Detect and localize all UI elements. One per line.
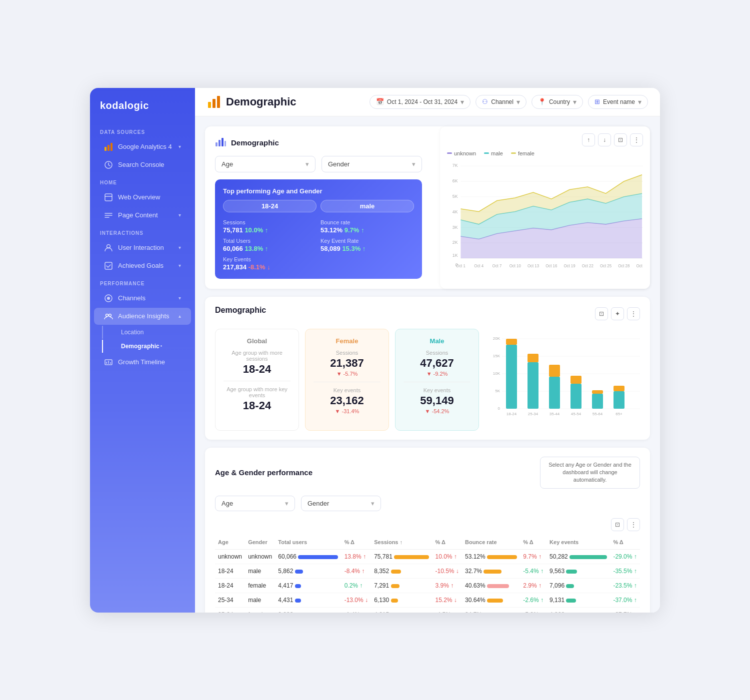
- sort-down-btn[interactable]: ↓: [598, 133, 611, 146]
- more-btn2[interactable]: ⋮: [627, 307, 640, 320]
- svg-text:6K: 6K: [452, 178, 458, 183]
- chevron-icon: ▾: [178, 263, 181, 268]
- male-sessions-value: 47,627: [420, 357, 454, 370]
- svg-rect-73: [614, 386, 624, 391]
- female-key-events-value: 23,162: [330, 394, 364, 407]
- chevron-up-icon: ▴: [178, 313, 181, 319]
- metric-users: Total Users 60,066 13.8% ↑: [223, 238, 316, 252]
- mini-bar: [570, 555, 607, 559]
- global-stat-card: Global Age group with more sessions 18-2…: [215, 329, 299, 431]
- channels-label: Channels: [118, 294, 146, 302]
- sort-up-btn[interactable]: ↑: [582, 133, 595, 146]
- event-icon: ⊞: [594, 98, 600, 105]
- mini-bar: [295, 599, 301, 603]
- svg-rect-24: [222, 138, 224, 146]
- chart-actions: ↑ ↓ ⊡ ⋮: [447, 133, 643, 146]
- sidebar-item-web-overview[interactable]: Web Overview: [94, 189, 191, 206]
- home-label: Home: [90, 174, 195, 188]
- female-sessions-change: ▼ -5.7%: [336, 371, 358, 377]
- age-dropdown[interactable]: Age ▾: [215, 156, 316, 172]
- ai-btn[interactable]: ✦: [611, 307, 624, 320]
- user-interaction-label: User Interaction: [118, 244, 164, 251]
- expand-btn[interactable]: ⊡: [614, 133, 627, 146]
- page-title: Demographic: [226, 95, 296, 108]
- svg-text:45-54: 45-54: [571, 412, 582, 416]
- event-name-label: Event name: [603, 98, 635, 105]
- event-name-filter[interactable]: ⊞ Event name ▾: [588, 95, 648, 109]
- col-b-delta: % Δ: [520, 535, 546, 550]
- sidebar-item-page-content[interactable]: Page Content ▾: [94, 207, 191, 224]
- audience-insights-icon: [104, 312, 113, 321]
- svg-rect-4: [105, 194, 112, 201]
- col-age: Age: [215, 535, 245, 550]
- expand-btn2[interactable]: ⊡: [595, 307, 608, 320]
- ag-gender-dropdown[interactable]: Gender ▾: [301, 496, 381, 511]
- mini-bar: [487, 555, 517, 559]
- global-label: Global: [247, 337, 267, 345]
- demo-stats-row: Global Age group with more sessions 18-2…: [215, 329, 479, 431]
- area-chart-svg: 7K 6K 5K 4K 3K 2K 1K 0: [447, 159, 643, 269]
- content-area: Demographic Age ▾ Gender ▾ Top per: [195, 116, 660, 613]
- age-tag: 18-24: [223, 200, 316, 212]
- sidebar-sub-location[interactable]: Location: [102, 326, 191, 339]
- sidebar-item-user-interaction[interactable]: User Interaction ▾: [94, 239, 191, 256]
- svg-text:7K: 7K: [452, 162, 458, 168]
- svg-text:Oct 25: Oct 25: [600, 263, 612, 268]
- svg-rect-72: [614, 391, 624, 409]
- mini-bar: [391, 599, 398, 603]
- svg-rect-70: [592, 394, 603, 409]
- channel-label: Channel: [491, 98, 514, 105]
- chevron-icon: ▾: [178, 295, 181, 301]
- header-logo: Demographic: [207, 95, 296, 109]
- sidebar-item-achieved-goals[interactable]: Achieved Goals ▾: [94, 257, 191, 274]
- col-sessions: Sessions ↑: [371, 535, 432, 550]
- unknown-dot: [447, 152, 452, 154]
- demographic-middle-card: Demographic ⊡ ✦ ⋮ Global Age group with …: [205, 297, 650, 440]
- table-more-btn[interactable]: ⋮: [627, 518, 640, 531]
- demographic-label: Demographic: [121, 343, 160, 350]
- demographic-card-title: Demographic: [215, 136, 422, 149]
- sidebar-item-google-analytics[interactable]: Google Analytics 4 ▾: [94, 138, 191, 155]
- col-total-users: Total users: [275, 535, 341, 550]
- demographic-left: Demographic Age ▾ Gender ▾ Top per: [205, 126, 432, 289]
- mini-bar: [394, 555, 429, 559]
- sidebar-item-channels[interactable]: Channels ▾: [94, 290, 191, 307]
- bar-chart-icon: [215, 136, 226, 149]
- bar-chart-svg: 20K 15K 10K 5K 0: [490, 334, 640, 424]
- dropdown-row: Age ▾ Gender ▾: [215, 156, 422, 172]
- ag-age-dropdown[interactable]: Age ▾: [215, 496, 295, 511]
- page-content-label: Page Content: [118, 211, 158, 219]
- male-sessions-label: Sessions: [426, 350, 448, 356]
- female-sessions-value: 21,387: [330, 357, 364, 370]
- sidebar-sub-demographic[interactable]: Demographic •: [102, 340, 191, 353]
- web-overview-icon: [104, 193, 113, 202]
- more-btn[interactable]: ⋮: [630, 133, 643, 146]
- dropdown-arrow: ▾: [638, 98, 642, 106]
- gender-dropdown[interactable]: Gender ▾: [322, 156, 422, 172]
- age-sessions-sublabel: Age group with more sessions: [224, 350, 290, 362]
- growth-timeline-label: Growth Timeline: [118, 358, 165, 366]
- ag-age-arrow: ▾: [285, 500, 288, 507]
- country-filter[interactable]: 📍 Country ▾: [532, 95, 583, 109]
- svg-rect-2: [110, 143, 112, 151]
- ag-table-actions: ⊡ ⋮: [215, 518, 640, 531]
- date-range-filter[interactable]: 📅 Oct 1, 2024 - Oct 31, 2024 ▾: [370, 95, 470, 109]
- location-label: Location: [121, 329, 144, 336]
- svg-rect-1: [108, 145, 110, 151]
- svg-rect-63: [506, 339, 517, 345]
- metric-key-events: Key Events 217,834 -8.1% ↓: [223, 256, 316, 271]
- sidebar-item-growth-timeline[interactable]: Growth Timeline: [94, 354, 191, 371]
- table-expand-btn[interactable]: ⊡: [611, 518, 624, 531]
- sidebar-item-audience-insights[interactable]: Audience Insights ▴: [94, 308, 191, 325]
- col-key-events: Key events: [546, 535, 610, 550]
- mini-bar: [484, 570, 502, 574]
- ag-gender-arrow: ▾: [371, 500, 374, 507]
- svg-text:5K: 5K: [452, 193, 458, 199]
- sidebar-item-search-console[interactable]: Search Console: [94, 156, 191, 173]
- svg-text:25-34: 25-34: [528, 412, 538, 416]
- chevron-icon: ▾: [178, 245, 181, 250]
- age-key-events-sublabel: Age group with more key events: [224, 386, 290, 398]
- svg-rect-20: [212, 99, 216, 108]
- svg-text:Oct 22: Oct 22: [582, 263, 594, 268]
- channel-filter[interactable]: ⚇ Channel ▾: [476, 95, 526, 109]
